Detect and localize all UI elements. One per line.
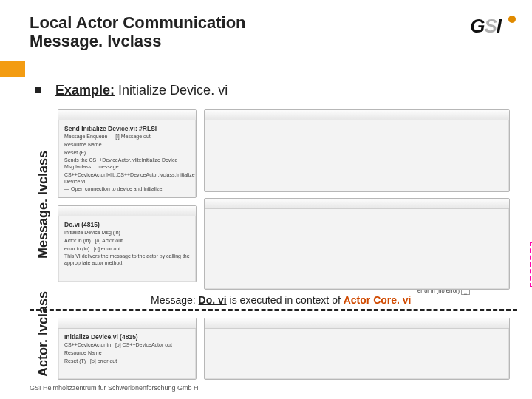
logo-g: G	[470, 15, 484, 37]
ctx2-row: Reset (T) [o] error out	[64, 358, 190, 365]
blockdiagram-3: No Error CS++DeviceActor inOBJ Resource …	[204, 318, 510, 380]
ctx2-heading: Initialize Device.vi (4815)	[64, 333, 190, 341]
window-titlebar	[205, 110, 509, 120]
context-help-window-1: Do.vi (4815) Initialize Device Msg (in) …	[58, 205, 197, 282]
window-titlebar	[205, 199, 509, 209]
window-body: Send Initialize Device.vi: #RLSI Message…	[58, 120, 196, 199]
window-titlebar	[205, 318, 509, 329]
title-line-1: Local Actor Communication	[30, 13, 246, 32]
fp-row: Reset (F)	[64, 150, 190, 157]
example-label: Example:	[55, 83, 115, 98]
fp-row: Resource Name	[64, 142, 190, 149]
footer-text: GSI Helmholtzzentrum für Schwerionenfors…	[30, 384, 199, 392]
window-titlebar	[58, 318, 196, 329]
context-help-window-2: Initialize Device.vi (4815) CS++DeviceAc…	[58, 318, 197, 380]
example-bullet: Example: Initialize Device. vi	[35, 83, 228, 98]
fp-heading: Send Initialize Device.vi: #RLSI	[64, 125, 190, 132]
blockdiagram-1: Initialize Device Msg Resource NameDBL R…	[204, 109, 510, 192]
sidebar-label-actor: Actor. lvclass	[35, 291, 51, 377]
window-titlebar	[58, 206, 196, 216]
mid-p1: Message:	[151, 294, 196, 306]
ctx1-row: Initialize Device Msg (in)	[64, 230, 190, 236]
mid-actor-core: Actor Core. vi	[344, 294, 412, 306]
fp-desc: CS++DeviceActor.lvlib:CS++DeviceActor.lv…	[64, 172, 190, 185]
mid-do-vi: Do. vi	[199, 294, 227, 306]
mid-p2: is executed in context of	[230, 294, 344, 306]
logo-i: I	[497, 15, 501, 37]
logo-s: S	[484, 15, 496, 37]
page-title: Local Actor Communication Message. lvcla…	[30, 13, 246, 51]
ctx2-row: Resource Name	[64, 350, 190, 357]
logo-dot-icon	[508, 16, 516, 23]
mid-sentence: Message: Do. vi is executed in context o…	[151, 294, 412, 306]
divider-dashed	[30, 309, 517, 311]
window-titlebar	[58, 110, 196, 120]
sidebar-label-message: Message. lvclass	[35, 151, 51, 259]
ctx1-row: error in (in) [o] error out	[64, 246, 190, 253]
fp-row: Message Enqueue — [i] Message out	[64, 134, 190, 140]
ctx1-row: Actor in (in) [o] Actor out	[64, 238, 190, 245]
accent-bar	[0, 61, 25, 77]
fp-desc: — Open connection to device and initiali…	[64, 186, 190, 193]
blockdiagram-2: No Error Initialize Device MsgOBJ Actor …	[204, 198, 510, 290]
ctx1-desc: This VI delivers the message to the acto…	[64, 253, 190, 267]
bullet-icon	[35, 87, 41, 93]
ctx2-row: CS++DeviceActor in [o] CS++DeviceActor o…	[64, 342, 190, 349]
fp-desc: Sends the CS++DeviceActor.lvlib:Initiali…	[64, 157, 190, 171]
title-line-2: Message. lvclass	[30, 32, 162, 50]
gsi-logo: GSI	[470, 15, 511, 38]
example-value: Initialize Device. vi	[118, 83, 228, 98]
frontpanel-window: Send Initialize Device.vi: #RLSI Message…	[58, 109, 197, 198]
ctx1-heading: Do.vi (4815)	[64, 221, 190, 228]
